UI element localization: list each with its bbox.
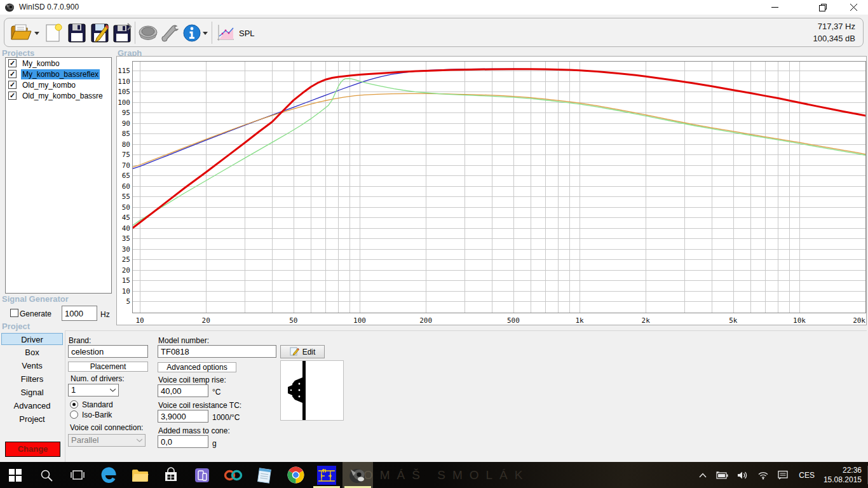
generate-checkbox[interactable] xyxy=(10,309,18,317)
preferences-button[interactable] xyxy=(159,21,180,45)
store-button[interactable] xyxy=(156,462,186,488)
language-indicator[interactable]: CES xyxy=(792,471,821,480)
project-checkbox[interactable]: ✓ xyxy=(8,70,17,78)
infinity-app-button[interactable] xyxy=(218,462,248,488)
clock[interactable]: 22:36 15.08.2015 xyxy=(821,466,868,485)
advanced-options-button[interactable]: Advanced options xyxy=(158,362,236,372)
x-tick-label: 5k xyxy=(729,316,738,325)
x-tick-label: 1k xyxy=(575,316,584,325)
start-button[interactable] xyxy=(0,462,31,488)
new-project-button[interactable] xyxy=(44,21,63,45)
about-button[interactable] xyxy=(183,21,208,45)
mounting-isobarik-radio[interactable] xyxy=(70,410,78,419)
info-icon xyxy=(183,24,201,42)
action-center-button[interactable] xyxy=(773,462,792,488)
projects-list[interactable]: ✓My_kombo✓My_kombo_bassreflex✓Old_my_kom… xyxy=(5,57,112,294)
project-list-item[interactable]: ✓My_kombo_bassreflex xyxy=(6,69,111,79)
spl-graph[interactable]: 5101520253035404550556065707580859095100… xyxy=(117,57,866,325)
store-bag-icon xyxy=(163,467,179,484)
vc-resistance-input[interactable] xyxy=(158,410,208,423)
search-button[interactable] xyxy=(31,462,62,488)
vc-connection-label: Voice coil connection: xyxy=(70,423,143,432)
y-tick-label: 45 xyxy=(122,214,130,222)
vc-temp-label: Voice coil temp rise: xyxy=(158,376,226,384)
y-tick-label: 105 xyxy=(118,88,130,96)
num-drivers-select[interactable]: 1 xyxy=(68,384,119,396)
wifi-status[interactable] xyxy=(753,462,773,488)
tab-signal[interactable]: Signal xyxy=(1,386,63,398)
tab-box[interactable]: Box xyxy=(1,346,63,358)
y-tick-label: 95 xyxy=(122,109,130,117)
open-project-button[interactable] xyxy=(10,21,39,45)
spl-chart-icon xyxy=(216,24,235,43)
battery-status[interactable] xyxy=(711,462,733,488)
change-driver-button[interactable]: Change xyxy=(5,442,60,457)
about-dropdown-arrow[interactable] xyxy=(203,32,208,35)
tab-advanced[interactable]: Advanced xyxy=(1,400,63,412)
project-checkbox[interactable]: ✓ xyxy=(8,92,17,100)
task-view-button[interactable] xyxy=(62,462,93,488)
project-checkbox[interactable]: ✓ xyxy=(8,81,17,89)
chrome-button[interactable] xyxy=(280,462,311,488)
placement-button[interactable]: Placement xyxy=(68,362,148,372)
project-list-item[interactable]: ✓Old_my_kombo_bassre xyxy=(6,90,111,101)
project-label: My_kombo xyxy=(21,58,61,69)
battery-icon xyxy=(715,471,728,479)
project-list-item[interactable]: ✓My_kombo xyxy=(6,58,111,69)
pencil-icon xyxy=(290,347,299,356)
vc-temp-input[interactable] xyxy=(158,384,208,397)
mounting-standard-radio[interactable] xyxy=(70,400,78,409)
volume-status[interactable] xyxy=(733,462,753,488)
winisd-taskbar-button[interactable] xyxy=(342,462,373,488)
new-document-icon xyxy=(44,23,63,43)
project-list-item[interactable]: ✓Old_my_kombo xyxy=(6,79,111,90)
wrench-icon xyxy=(159,24,180,43)
added-mass-input[interactable] xyxy=(158,435,208,448)
driver-pot-icon xyxy=(138,24,158,42)
y-tick-label: 55 xyxy=(122,193,130,201)
crossover-app-button[interactable] xyxy=(311,462,342,488)
tab-filters[interactable]: Filters xyxy=(1,373,63,385)
tab-vents[interactable]: Vents xyxy=(1,360,63,372)
project-checkbox[interactable]: ✓ xyxy=(8,59,17,67)
x-tick-label: 50 xyxy=(289,316,297,325)
edge-button[interactable] xyxy=(93,462,124,488)
title-bar[interactable]: WinISD 0.7.0.900 xyxy=(0,0,868,15)
x-tick-label: 2k xyxy=(642,316,651,325)
tray-chevron-button[interactable] xyxy=(695,462,711,488)
notepad-button[interactable] xyxy=(249,462,280,488)
close-button[interactable] xyxy=(839,0,868,15)
phone-companion-button[interactable] xyxy=(187,462,217,488)
model-input[interactable] xyxy=(158,345,276,358)
minimize-icon xyxy=(771,4,778,11)
edge-icon xyxy=(100,466,118,484)
y-tick-label: 100 xyxy=(118,98,130,107)
save-project-button[interactable] xyxy=(67,21,86,45)
project-label: Old_my_kombo_bassre xyxy=(21,91,104,101)
generator-frequency-input[interactable] xyxy=(62,306,97,321)
open-dropdown-arrow[interactable] xyxy=(34,32,39,35)
x-tick-label: 100 xyxy=(353,316,366,325)
infinity-icon xyxy=(224,468,243,482)
graph-panel[interactable]: 5101520253035404550556065707580859095100… xyxy=(116,56,867,325)
minimize-button[interactable] xyxy=(760,0,789,15)
spl-plot-button[interactable]: SPL xyxy=(216,21,255,45)
added-mass-label: Added mass to cone: xyxy=(158,426,230,435)
tab-driver[interactable]: Driver xyxy=(1,333,63,345)
edit-driver-button[interactable]: Edit xyxy=(280,345,325,358)
file-explorer-button[interactable] xyxy=(125,462,155,488)
notification-icon xyxy=(778,470,788,480)
y-tick-label: 85 xyxy=(122,130,130,138)
edit-save-project-button[interactable] xyxy=(90,21,109,45)
y-tick-label: 75 xyxy=(122,151,130,159)
toolbar-separator xyxy=(135,22,135,44)
project-label: Old_my_kombo xyxy=(21,80,77,90)
taskbar: OMÁŠ SMOLÁK xyxy=(0,462,868,488)
save-all-floppy-icon xyxy=(112,23,132,43)
save-all-projects-button[interactable] xyxy=(112,21,132,45)
restore-button[interactable] xyxy=(808,0,837,15)
toolbar-box: SPL 717,37 Hz 100,345 dB xyxy=(4,18,864,47)
tab-project[interactable]: Project xyxy=(1,413,63,425)
brand-input[interactable] xyxy=(68,345,148,358)
driver-database-button[interactable] xyxy=(138,21,158,45)
